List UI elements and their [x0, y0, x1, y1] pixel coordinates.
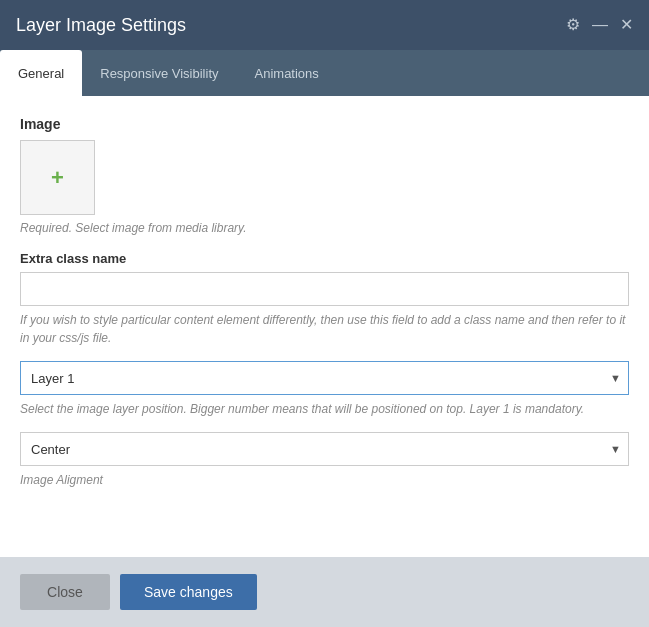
tab-responsive-visibility[interactable]: Responsive Visibility	[82, 50, 236, 96]
tab-animations[interactable]: Animations	[237, 50, 337, 96]
layer-select-group: Layer 1 Layer 2 Layer 3 Layer 4 Layer 5 …	[20, 361, 629, 418]
extra-class-helper: If you wish to style particular content …	[20, 311, 629, 347]
extra-class-label: Extra class name	[20, 251, 629, 266]
gear-icon[interactable]: ⚙	[566, 17, 580, 33]
add-image-icon: +	[51, 167, 64, 189]
alignment-helper: Image Aligment	[20, 471, 629, 489]
minimize-icon[interactable]: —	[592, 17, 608, 33]
image-section: Image + Required. Select image from medi…	[20, 116, 629, 235]
save-button[interactable]: Save changes	[120, 574, 257, 610]
extra-class-input[interactable]	[20, 272, 629, 306]
tab-general[interactable]: General	[0, 50, 82, 96]
image-helper-text: Required. Select image from media librar…	[20, 221, 629, 235]
modal: Layer Image Settings ⚙ — ✕ General Respo…	[0, 0, 649, 627]
modal-content: Image + Required. Select image from medi…	[0, 96, 649, 557]
layer-select-helper: Select the image layer position. Bigger …	[20, 400, 629, 418]
tab-bar: General Responsive Visibility Animations	[0, 50, 649, 96]
modal-title: Layer Image Settings	[16, 15, 186, 36]
modal-header: Layer Image Settings ⚙ — ✕	[0, 0, 649, 50]
layer-select-wrapper: Layer 1 Layer 2 Layer 3 Layer 4 Layer 5 …	[20, 361, 629, 395]
layer-select[interactable]: Layer 1 Layer 2 Layer 3 Layer 4 Layer 5	[20, 361, 629, 395]
close-icon[interactable]: ✕	[620, 17, 633, 33]
modal-footer: Close Save changes	[0, 557, 649, 627]
extra-class-group: Extra class name If you wish to style pa…	[20, 251, 629, 347]
alignment-group: Center Left Right ▼ Image Aligment	[20, 432, 629, 489]
image-label: Image	[20, 116, 629, 132]
close-button[interactable]: Close	[20, 574, 110, 610]
alignment-select-wrapper: Center Left Right ▼	[20, 432, 629, 466]
header-icons: ⚙ — ✕	[566, 17, 633, 33]
image-upload-button[interactable]: +	[20, 140, 95, 215]
alignment-select[interactable]: Center Left Right	[20, 432, 629, 466]
